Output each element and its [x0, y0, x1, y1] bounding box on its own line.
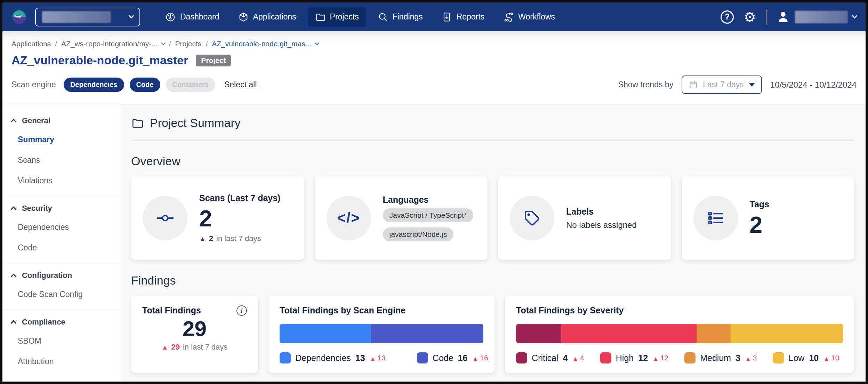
organization-selector[interactable]: [35, 8, 140, 26]
bar-segment-medium[interactable]: [697, 324, 730, 343]
trend-up-icon: [162, 343, 168, 352]
chip-containers[interactable]: Containers: [166, 78, 215, 92]
chip-dependencies[interactable]: Dependencies: [64, 78, 124, 92]
nav-label: Dashboard: [180, 12, 219, 22]
sidebar-group-configuration: Configuration Code Scan Config: [2, 267, 120, 310]
project-summary-header: Project Summary: [131, 116, 854, 130]
sidebar-item-summary[interactable]: Summary: [2, 129, 120, 150]
bar-segment-critical[interactable]: [516, 324, 561, 343]
mend-logo: [11, 9, 27, 25]
trend-up-icon: [652, 353, 659, 363]
folder-icon: [131, 117, 144, 129]
findings-search-icon: [378, 12, 388, 22]
legend-item-dependencies: Dependencies 13 13: [280, 352, 386, 363]
labels-card: Labels No labels assigned: [498, 176, 671, 260]
top-navigation-bar: Dashboard Applications Projects Findings: [2, 2, 866, 31]
card-title: Languages: [383, 195, 474, 205]
bar-segment-low[interactable]: [731, 324, 843, 343]
trend-value: 4: [580, 354, 584, 362]
trend-value: 12: [660, 354, 668, 362]
legend-count: 12: [638, 353, 648, 363]
card-title: Scans (Last 7 days): [199, 193, 280, 203]
legend-swatch: [516, 352, 527, 363]
sidebar-item-scans[interactable]: Scans: [2, 150, 120, 170]
help-icon[interactable]: ?: [721, 10, 734, 24]
user-menu[interactable]: [776, 10, 857, 24]
sidebar-group-header-compliance[interactable]: Compliance: [2, 313, 120, 331]
legend-label: Code: [433, 353, 453, 363]
sidebar-item-sbom[interactable]: SBOM: [2, 331, 120, 351]
sidebar-item-code[interactable]: Code: [2, 238, 120, 258]
main-panel: Project Summary Overview Scans (Last 7 d…: [120, 104, 866, 382]
legend-trend: 12: [652, 353, 668, 363]
workflows-flow-icon: [503, 12, 514, 22]
nav-item-findings[interactable]: Findings: [371, 7, 430, 27]
trend-period-dropdown[interactable]: Last 7 days: [682, 75, 762, 94]
severity-legend: Critical 4 4 High 12 12 Medium 3 3: [516, 352, 843, 363]
info-icon[interactable]: i: [236, 305, 247, 316]
nav-item-applications[interactable]: Applications: [231, 7, 303, 27]
legend-trend: 13: [370, 353, 386, 363]
legend-count: 13: [355, 353, 365, 363]
severity-stacked-bar: [516, 324, 843, 343]
nav-item-reports[interactable]: Reports: [435, 7, 492, 27]
scans-trend: 2 in last 7 days: [199, 234, 280, 243]
findings-cards: Total Findings i 29 29 in last 7 days To…: [131, 296, 854, 373]
total-findings-card: Total Findings i 29 29 in last 7 days: [131, 296, 258, 373]
nav-item-workflows[interactable]: Workflows: [496, 7, 562, 27]
tag-icon: [523, 209, 541, 227]
card-title: Total Findings: [142, 305, 201, 315]
page-header: Applications / AZ_ws-repo-integration/my…: [2, 31, 866, 104]
select-all-link[interactable]: Select all: [224, 80, 257, 89]
settings-gear-icon[interactable]: ⚙: [744, 10, 756, 24]
chevron-down-icon: [129, 13, 134, 19]
breadcrumb-project-name[interactable]: AZ_vulnerable-node.git_mas...: [212, 40, 311, 48]
show-trends-by-label: Show trends by: [618, 80, 674, 89]
topbar-actions: ? ⚙: [721, 9, 857, 25]
bar-segment-high[interactable]: [561, 324, 697, 343]
projects-folder-icon: [315, 12, 326, 22]
chevron-down-icon[interactable]: [161, 41, 166, 45]
group-label: Compliance: [22, 318, 65, 327]
legend-count: 16: [458, 353, 468, 363]
main-nav: Dashboard Applications Projects Findings: [158, 7, 562, 27]
sidebar-item-code-scan-config[interactable]: Code Scan Config: [2, 284, 120, 305]
legend-item-medium: Medium 3 3: [684, 352, 757, 363]
chip-code[interactable]: Code: [130, 78, 160, 92]
trend-value: 3: [753, 354, 757, 362]
trend-suffix: in last 7 days: [216, 234, 261, 243]
nav-label: Reports: [457, 12, 485, 22]
sidebar-group-header-security[interactable]: Security: [2, 200, 120, 217]
bar-segment-code[interactable]: [371, 324, 483, 343]
breadcrumb: Applications / AZ_ws-repo-integration/my…: [11, 40, 857, 48]
card-title: Labels: [566, 207, 637, 217]
breadcrumb-projects[interactable]: Projects: [175, 40, 202, 48]
breadcrumb-applications[interactable]: Applications: [11, 40, 51, 48]
sidebar-group-header-general[interactable]: General: [2, 112, 120, 129]
legend-swatch: [417, 352, 428, 363]
no-labels-text: No labels assigned: [566, 220, 637, 230]
chevron-down-icon[interactable]: [315, 41, 319, 45]
nav-item-projects[interactable]: Projects: [308, 7, 366, 27]
chevron-up-icon: [11, 273, 17, 279]
trend-up-icon: [199, 234, 206, 243]
nav-label: Findings: [393, 12, 423, 22]
sidebar-group-header-configuration[interactable]: Configuration: [2, 267, 120, 284]
sidebar-item-violations[interactable]: Violations: [2, 170, 120, 191]
sidebar-item-attribution[interactable]: Attribution: [2, 351, 120, 372]
legend-label: High: [616, 353, 634, 363]
bar-segment-dependencies[interactable]: [280, 324, 371, 343]
sidebar: General Summary Scans Violations Securit…: [2, 104, 120, 382]
breadcrumb-separator: /: [55, 40, 57, 48]
trend-period-value: Last 7 days: [703, 80, 744, 89]
group-label: Security: [22, 204, 52, 213]
trend-up-icon: [745, 353, 752, 363]
nav-item-dashboard[interactable]: Dashboard: [158, 7, 226, 27]
legend-item-code: Code 16 16: [417, 352, 488, 363]
reports-document-icon: [442, 12, 452, 22]
legend-item-high: High 12 12: [600, 352, 668, 363]
legend-swatch: [600, 352, 611, 363]
sidebar-item-dependencies[interactable]: Dependencies: [2, 217, 120, 238]
breadcrumb-application-name[interactable]: AZ_ws-repo-integration/my-...: [61, 40, 158, 48]
trends-controls: Show trends by Last 7 days 10/5/2024 - 1…: [618, 75, 857, 94]
